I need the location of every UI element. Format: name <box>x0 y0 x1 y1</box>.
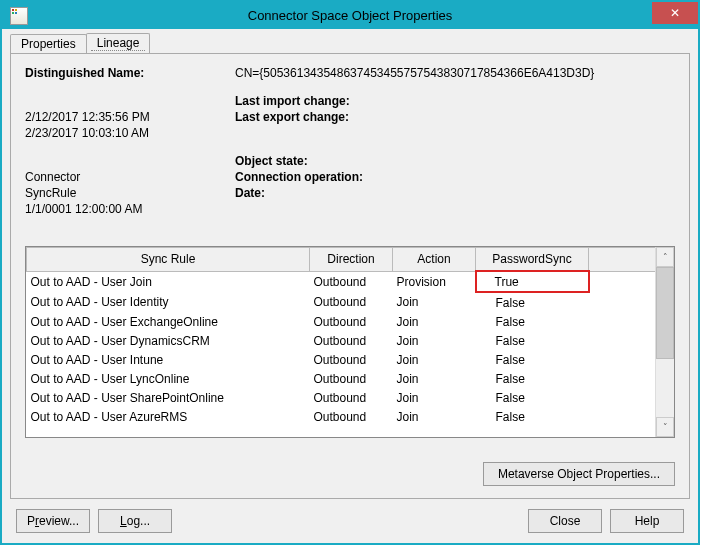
cell-action: Join <box>393 407 476 426</box>
value-connection-operation: SyncRule <box>25 186 235 200</box>
cell-password-sync: False <box>476 331 589 350</box>
vertical-scrollbar[interactable]: ˄ ˅ <box>655 247 674 437</box>
cell-direction: Outbound <box>310 369 393 388</box>
table-header-row: Sync Rule Direction Action PasswordSync <box>27 248 656 272</box>
properties-fields: Distinguished Name: CN={5053613435486374… <box>25 66 675 216</box>
table-row[interactable]: Out to AAD - User SharePointOnlineOutbou… <box>27 388 656 407</box>
table-row[interactable]: Out to AAD - User LyncOnlineOutboundJoin… <box>27 369 656 388</box>
cell-padding <box>589 350 656 369</box>
scroll-up-button[interactable]: ˄ <box>656 247 674 267</box>
sync-rules-table: Sync Rule Direction Action PasswordSync … <box>26 247 655 426</box>
sync-rules-listview[interactable]: Sync Rule Direction Action PasswordSync … <box>25 246 675 438</box>
label-distinguished-name: Distinguished Name: <box>25 66 235 80</box>
log-button[interactable]: Log... <box>98 509 172 533</box>
cell-padding <box>589 407 656 426</box>
cell-direction: Outbound <box>310 331 393 350</box>
chevron-up-icon: ˄ <box>663 252 668 262</box>
close-button[interactable]: ✕ <box>652 2 698 24</box>
cell-password-sync: False <box>476 350 589 369</box>
cell-direction: Outbound <box>310 292 393 312</box>
tab-lineage[interactable]: Lineage <box>86 33 151 53</box>
help-button[interactable]: Help <box>610 509 684 533</box>
table-row[interactable]: Out to AAD - User ExchangeOnlineOutbound… <box>27 312 656 331</box>
cell-password-sync: True <box>476 271 589 292</box>
cell-sync-rule: Out to AAD - User Identity <box>27 292 310 312</box>
cell-padding <box>589 312 656 331</box>
table-row[interactable]: Out to AAD - User AzureRMSOutboundJoinFa… <box>27 407 656 426</box>
cell-password-sync: False <box>476 388 589 407</box>
cell-sync-rule: Out to AAD - User DynamicsCRM <box>27 331 310 350</box>
cell-action: Join <box>393 292 476 312</box>
label-date: Date: <box>235 186 675 200</box>
cell-sync-rule: Out to AAD - User AzureRMS <box>27 407 310 426</box>
title-bar: Connector Space Object Properties ✕ <box>2 2 698 29</box>
cell-padding <box>589 292 656 312</box>
cell-direction: Outbound <box>310 271 393 292</box>
chevron-down-icon: ˅ <box>663 422 668 432</box>
cell-action: Join <box>393 388 476 407</box>
value-distinguished-name: CN={505361343548637453455757543830717854… <box>235 66 675 80</box>
cell-action: Join <box>393 331 476 350</box>
cell-password-sync: False <box>476 292 589 312</box>
cell-padding <box>589 271 656 292</box>
cell-direction: Outbound <box>310 407 393 426</box>
label-last-export: Last export change: <box>235 110 675 124</box>
cell-sync-rule: Out to AAD - User Join <box>27 271 310 292</box>
value-object-state: Connector <box>25 170 235 184</box>
cell-password-sync: False <box>476 369 589 388</box>
cell-action: Provision <box>393 271 476 292</box>
scroll-down-button[interactable]: ˅ <box>656 417 674 437</box>
scroll-thumb[interactable] <box>656 267 674 359</box>
cell-sync-rule: Out to AAD - User Intune <box>27 350 310 369</box>
cell-password-sync: False <box>476 407 589 426</box>
cell-sync-rule: Out to AAD - User LyncOnline <box>27 369 310 388</box>
dialog-window: Connector Space Object Properties ✕ Prop… <box>0 0 700 545</box>
cell-direction: Outbound <box>310 312 393 331</box>
preview-button[interactable]: Preview... <box>16 509 90 533</box>
column-header-padding <box>589 248 656 272</box>
label-last-import: Last import change: <box>235 94 675 108</box>
close-icon: ✕ <box>670 6 680 20</box>
cell-sync-rule: Out to AAD - User SharePointOnline <box>27 388 310 407</box>
cell-padding <box>589 388 656 407</box>
cell-direction: Outbound <box>310 350 393 369</box>
cell-action: Join <box>393 350 476 369</box>
metaverse-object-properties-button[interactable]: Metaverse Object Properties... <box>483 462 675 486</box>
cell-password-sync: False <box>476 312 589 331</box>
tab-properties[interactable]: Properties <box>10 34 87 54</box>
column-header-password-sync[interactable]: PasswordSync <box>476 248 589 272</box>
tab-page-lineage: Distinguished Name: CN={5053613435486374… <box>10 53 690 499</box>
table-row[interactable]: Out to AAD - User JoinOutboundProvisionT… <box>27 271 656 292</box>
metaverse-button-row: Metaverse Object Properties... <box>25 462 675 486</box>
value-last-import: 2/12/2017 12:35:56 PM <box>25 110 235 124</box>
cell-direction: Outbound <box>310 388 393 407</box>
dialog-button-bar: Preview... Log... Close Help <box>10 499 690 535</box>
table-row[interactable]: Out to AAD - User IdentityOutboundJoinFa… <box>27 292 656 312</box>
column-header-sync-rule[interactable]: Sync Rule <box>27 248 310 272</box>
window-title: Connector Space Object Properties <box>2 8 698 23</box>
close-dialog-button[interactable]: Close <box>528 509 602 533</box>
label-connection-operation: Connection operation: <box>235 170 675 184</box>
table-row[interactable]: Out to AAD - User IntuneOutboundJoinFals… <box>27 350 656 369</box>
system-menu-icon[interactable] <box>10 7 28 25</box>
client-area: Properties Lineage Distinguished Name: C… <box>2 29 698 543</box>
cell-padding <box>589 369 656 388</box>
column-header-action[interactable]: Action <box>393 248 476 272</box>
tab-strip: Properties Lineage <box>10 31 690 53</box>
cell-padding <box>589 331 656 350</box>
cell-action: Join <box>393 369 476 388</box>
column-header-direction[interactable]: Direction <box>310 248 393 272</box>
scroll-track[interactable] <box>656 267 674 417</box>
label-object-state: Object state: <box>235 154 675 168</box>
table-row[interactable]: Out to AAD - User DynamicsCRMOutboundJoi… <box>27 331 656 350</box>
cell-sync-rule: Out to AAD - User ExchangeOnline <box>27 312 310 331</box>
value-date: 1/1/0001 12:00:00 AM <box>25 202 235 216</box>
value-last-export: 2/23/2017 10:03:10 AM <box>25 126 235 140</box>
cell-action: Join <box>393 312 476 331</box>
